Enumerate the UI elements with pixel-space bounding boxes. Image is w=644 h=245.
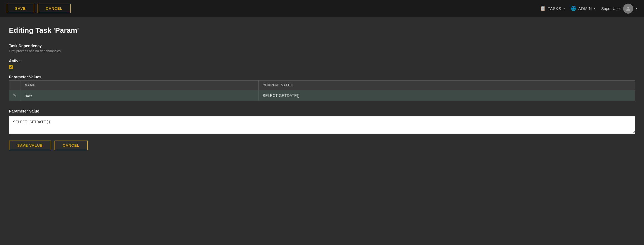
admin-chevron-icon: ▾ [594, 7, 596, 10]
cancel-button[interactable]: CANCEL [38, 4, 71, 13]
tasks-icon: 📋 [540, 6, 546, 11]
admin-nav-item[interactable]: 🌐 ADMIN ▾ [571, 6, 596, 11]
main-content: Editing Task 'Param' Task Dependency Fir… [0, 17, 644, 161]
col-name: NAME [21, 81, 259, 90]
table-header-row: NAME CURRENT VALUE [9, 81, 635, 90]
parameter-value-section: Parameter Value [9, 109, 635, 135]
active-checkbox-wrapper [9, 65, 635, 69]
active-checkbox[interactable] [9, 65, 13, 69]
user-chevron-icon: ▾ [636, 7, 637, 10]
table-header: NAME CURRENT VALUE [9, 81, 635, 90]
globe-icon: 🌐 [571, 6, 577, 11]
topbar: SAVE CANCEL 📋 TASKS ▾ 🌐 ADMIN ▾ Super Us… [0, 0, 644, 17]
row-current-value: SELECT GETDATE() [259, 90, 635, 101]
cancel-value-button[interactable]: CANCEL [55, 141, 88, 150]
avatar [623, 4, 633, 14]
task-dependency-label: Task Dependency [9, 44, 635, 48]
page-title: Editing Task 'Param' [9, 26, 635, 35]
topbar-left-actions: SAVE CANCEL [7, 4, 537, 13]
task-dependency-sub: First process has no dependancies. [9, 49, 635, 53]
tasks-nav-item[interactable]: 📋 TASKS ▾ [540, 6, 565, 11]
tasks-chevron-icon: ▾ [563, 7, 565, 10]
user-name: Super User [601, 6, 621, 11]
col-current-value: CURRENT VALUE [259, 81, 635, 90]
save-value-button[interactable]: SAVE VALUE [9, 141, 51, 150]
parameter-value-label: Parameter Value [9, 109, 635, 113]
save-button[interactable]: SAVE [7, 4, 34, 13]
task-dependency-section: Task Dependency First process has no dep… [9, 44, 635, 53]
admin-label: ADMIN [578, 6, 592, 11]
parameter-value-input[interactable] [9, 116, 635, 134]
parameter-values-label: Parameter Values [9, 75, 635, 79]
bottom-buttons: SAVE VALUE CANCEL [9, 141, 635, 150]
row-name: now [21, 90, 259, 101]
svg-point-0 [627, 6, 629, 8]
topbar-right-nav: 📋 TASKS ▾ 🌐 ADMIN ▾ Super User ▾ [540, 4, 637, 14]
table-row[interactable]: ✎ now SELECT GETDATE() [9, 90, 635, 101]
active-section: Active [9, 59, 635, 69]
edit-pencil-icon[interactable]: ✎ [13, 93, 17, 98]
active-label: Active [9, 59, 635, 63]
tasks-label: TASKS [548, 6, 561, 11]
parameter-values-table: NAME CURRENT VALUE ✎ now SELECT GETDATE(… [9, 80, 635, 101]
row-edit-icon[interactable]: ✎ [9, 90, 21, 101]
parameter-values-section: Parameter Values NAME CURRENT VALUE ✎ no… [9, 75, 635, 101]
col-icon [9, 81, 21, 90]
table-body: ✎ now SELECT GETDATE() [9, 90, 635, 101]
user-section[interactable]: Super User ▾ [601, 4, 637, 14]
